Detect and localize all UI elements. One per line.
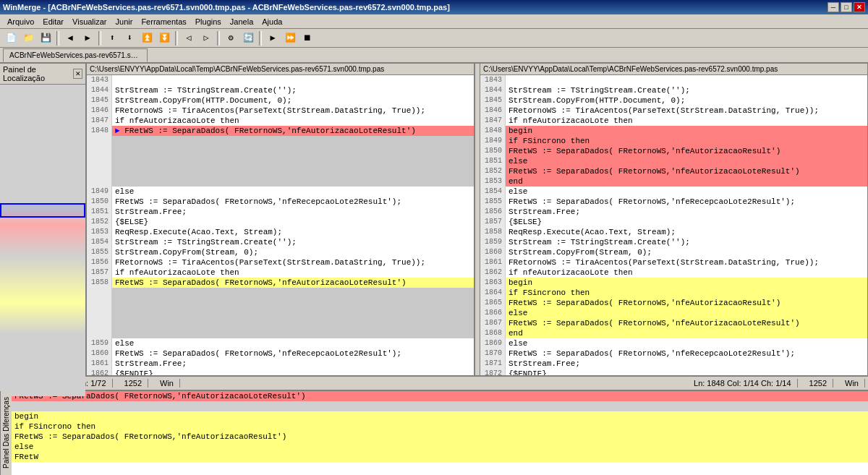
right-line-num-20: 1863: [480, 278, 506, 288]
right-line-content-7: FRetWS := SeparaDados( FRetornoWS,'nfeAu…: [506, 146, 780, 156]
right-line-content-2: StrStream.CopyFrom(HTTP.Document, 0);: [506, 95, 685, 106]
right-line-content-14: {$ELSE}: [506, 217, 542, 227]
right-line-content-24: FRetWS := SeparaDados( FRetornoWS,'nfeAu…: [506, 318, 800, 328]
right-line-content-20: begin: [506, 278, 532, 288]
right-line-4: 1847 if nfeAutorizacaoLote then: [480, 116, 867, 126]
right-line-18: 1861 FRetornoWS := TiraAcentos(ParseText…: [480, 257, 867, 268]
main-area: Painel de Localização ✕ C:\Users\ENVYY\A…: [0, 64, 868, 375]
left-line-num-16: 1854: [87, 237, 112, 247]
menu-editar[interactable]: Editar: [38, 16, 68, 27]
left-line-content-16: StrStream := TStringStream.Create('');: [112, 237, 297, 247]
toolbar-stop[interactable]: ⏹: [299, 30, 315, 46]
toolbar-forward[interactable]: ▶: [80, 30, 95, 46]
split-bar[interactable]: [475, 64, 480, 375]
right-line-num-22: 1865: [480, 298, 506, 308]
left-line-10: [87, 176, 474, 187]
left-line-3: 1846 FRetornoWS := TiraAcentos(ParseText…: [87, 106, 474, 116]
right-line-num-29: 1872: [480, 369, 506, 375]
toolbar-last-diff[interactable]: ⏬: [156, 30, 172, 46]
right-line-num-19: 1862: [480, 268, 506, 278]
localization-panel: Painel de Localização ✕: [0, 64, 87, 375]
statusbar-right-position: Ln: 1848 Col: 1/14 Ch: 1/14: [688, 379, 798, 388]
localization-close-button[interactable]: ✕: [73, 69, 82, 79]
right-line-num-2: 1845: [480, 95, 506, 106]
toolbar-play2[interactable]: ⏩: [282, 30, 298, 46]
left-line-num-0: 1843: [87, 75, 112, 85]
right-line-num-16: 1859: [480, 237, 506, 247]
right-line-content-26: else: [506, 338, 527, 348]
toolbar-prev-diff[interactable]: ⬆: [104, 30, 120, 46]
right-line-num-21: 1864: [480, 288, 506, 298]
localization-title: Painel de Localização: [3, 65, 73, 82]
diff-line-4: FRetWS := SeparaDados( FRetornoWS,'nfeAu…: [12, 432, 868, 442]
left-line-content-1: StrStream := TStringStream.Create('');: [112, 85, 297, 95]
statusbar-right-size: 1252: [804, 379, 833, 388]
toolbar-separator-4: [217, 31, 220, 46]
right-line-num-10: 1853: [480, 176, 506, 187]
right-line-content-9: FRetWS := SeparaDados( FRetornoWS,'nfeAu…: [506, 166, 800, 176]
toolbar-refresh[interactable]: 🔄: [240, 30, 256, 46]
right-line-content-18: FRetornoWS := TiraAcentos(ParseText(StrS…: [506, 257, 819, 268]
left-line-content-28: StrStream.Free;: [112, 359, 187, 369]
left-line-num-22: [87, 298, 112, 308]
left-line-num-4: 1847: [87, 116, 112, 126]
diff-code-area[interactable]: FRetWS := SeparaDados( FRetornoWS,'nfeAu…: [12, 391, 868, 475]
left-line-content-20: FRetWS := SeparaDados( FRetornoWS,'nfeAu…: [112, 278, 407, 288]
right-code-content[interactable]: 18431844 StrStream := TStringStream.Crea…: [480, 75, 867, 375]
right-line-content-29: {$ENDIF}: [506, 369, 547, 375]
right-line-content-5: begin: [506, 126, 532, 136]
right-line-content-12: FRetWS := SeparaDados( FRetornoWS,'nfeRe…: [506, 197, 795, 207]
toolbar-new[interactable]: 📄: [3, 30, 19, 46]
toolbar-play[interactable]: ▶: [265, 30, 281, 46]
menu-visualizar[interactable]: Visualizar: [68, 16, 111, 27]
right-line-content-8: else: [506, 156, 527, 166]
minimize-button[interactable]: ─: [827, 2, 839, 12]
toolbar-copy-left[interactable]: ◁: [181, 30, 197, 46]
menu-arquivo[interactable]: Arquivo: [3, 16, 38, 27]
left-line-num-23: [87, 308, 112, 318]
left-line-content-12: FRetWS := SeparaDados( FRetornoWS,'nfeRe…: [112, 197, 401, 207]
left-line-num-27: 1860: [87, 348, 112, 359]
toolbar-save[interactable]: 💾: [38, 30, 54, 46]
right-line-content-21: if FSincrono then: [506, 288, 590, 298]
left-line-23: [87, 308, 474, 318]
left-line-num-8: [87, 156, 112, 166]
right-line-24: 1867 FRetWS := SeparaDados( FRetornoWS,'…: [480, 318, 867, 328]
menu-junir[interactable]: Junir: [111, 16, 137, 27]
left-line-content-15: ReqResp.Execute(Acao.Text, Stream);: [112, 227, 282, 237]
left-line-num-5: 1848: [87, 126, 112, 136]
left-line-content-10: [112, 176, 115, 187]
close-button[interactable]: ✕: [854, 2, 865, 12]
maximize-button[interactable]: □: [841, 2, 852, 12]
tab-main[interactable]: ACBrNFeWebServices.pas-rev6571.svn000.tm…: [3, 48, 148, 62]
menu-ajuda[interactable]: Ajuda: [258, 16, 286, 27]
diff-line-5-text: else: [12, 442, 33, 452]
diff-line-2: begin: [12, 411, 868, 421]
left-line-29: 1862 {$ENDIF}: [87, 369, 474, 375]
right-line-17: 1860 StrStream.CopyFrom(Stream, 0);: [480, 247, 867, 257]
left-line-num-6: [87, 136, 112, 146]
left-code-content[interactable]: 18431844 StrStream := TStringStream.Crea…: [87, 75, 474, 375]
left-line-num-15: 1853: [87, 227, 112, 237]
left-line-12: 1850 FRetWS := SeparaDados( FRetornoWS,'…: [87, 197, 474, 207]
toolbar-copy-right[interactable]: ▷: [198, 30, 214, 46]
right-line-content-10: end: [506, 176, 523, 187]
menu-janela[interactable]: Janela: [226, 16, 258, 27]
left-line-15: 1853 ReqResp.Execute(Acao.Text, Stream);: [87, 227, 474, 237]
toolbar-options[interactable]: ⚙: [223, 30, 239, 46]
menu-plugins[interactable]: Plugins: [191, 16, 226, 27]
left-line-26: 1859 else: [87, 338, 474, 348]
menu-ferramentas[interactable]: Ferramentas: [137, 16, 190, 27]
toolbar-first-diff[interactable]: ⏫: [139, 30, 155, 46]
left-line-20: 1858 FRetWS := SeparaDados( FRetornoWS,'…: [87, 278, 474, 288]
left-code-lines: 18431844 StrStream := TStringStream.Crea…: [87, 75, 474, 375]
left-line-num-14: 1852: [87, 217, 112, 227]
right-line-28: 1871 StrStream.Free;: [480, 359, 867, 369]
toolbar-back[interactable]: ◀: [62, 30, 78, 46]
right-line-content-4: if nfeAutorizacaoLote then: [506, 116, 633, 126]
right-line-content-6: if FSincrono then: [506, 136, 590, 146]
right-line-2: 1845 StrStream.CopyFrom(HTTP.Document, 0…: [480, 95, 867, 106]
toolbar-next-diff[interactable]: ⬇: [122, 30, 137, 46]
right-line-23: 1866 else: [480, 308, 867, 318]
toolbar-open[interactable]: 📁: [20, 30, 36, 46]
